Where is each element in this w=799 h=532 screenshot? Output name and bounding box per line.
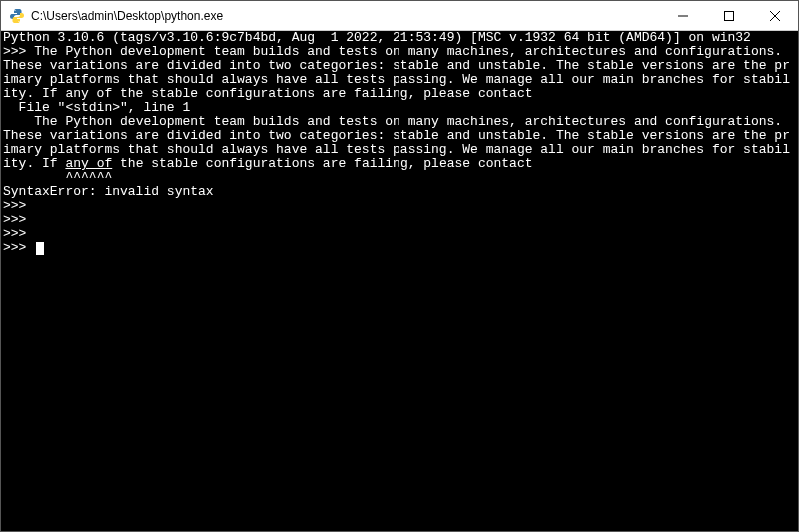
repl-prompt: >>> bbox=[3, 44, 26, 59]
text-cursor bbox=[36, 242, 44, 255]
python-console-window: C:\Users\admin\Desktop\python.exe Python… bbox=[0, 0, 799, 532]
traceback-caret-line: ^^^^^^ bbox=[3, 170, 112, 185]
maximize-icon bbox=[724, 11, 734, 21]
app-icon bbox=[9, 8, 25, 24]
svg-point-1 bbox=[18, 20, 19, 21]
repl-prompt: >>> bbox=[3, 212, 26, 227]
window-title: C:\Users\admin\Desktop\python.exe bbox=[31, 9, 660, 23]
python-version-line: Python 3.10.6 (tags/v3.10.6:9c7b4bd, Aug… bbox=[3, 31, 751, 45]
user-input-text: The Python development team builds and t… bbox=[3, 44, 790, 101]
svg-point-0 bbox=[14, 9, 15, 10]
traceback-echo-text: The Python development team builds and t… bbox=[3, 114, 790, 171]
minimize-icon bbox=[678, 11, 688, 21]
repl-prompt-active: >>> bbox=[3, 240, 44, 255]
svg-rect-3 bbox=[725, 11, 734, 20]
maximize-button[interactable] bbox=[706, 1, 752, 30]
repl-prompt: >>> bbox=[3, 226, 26, 241]
terminal-output[interactable]: Python 3.10.6 (tags/v3.10.6:9c7b4bd, Aug… bbox=[1, 31, 798, 531]
minimize-button[interactable] bbox=[660, 1, 706, 30]
repl-prompt: >>> bbox=[3, 198, 26, 213]
window-controls bbox=[660, 1, 798, 30]
close-button[interactable] bbox=[752, 1, 798, 30]
traceback-file-line: File "<stdin>", line 1 bbox=[3, 100, 190, 115]
close-icon bbox=[770, 11, 780, 21]
syntax-error-line: SyntaxError: invalid syntax bbox=[3, 184, 214, 199]
titlebar[interactable]: C:\Users\admin\Desktop\python.exe bbox=[1, 1, 798, 31]
